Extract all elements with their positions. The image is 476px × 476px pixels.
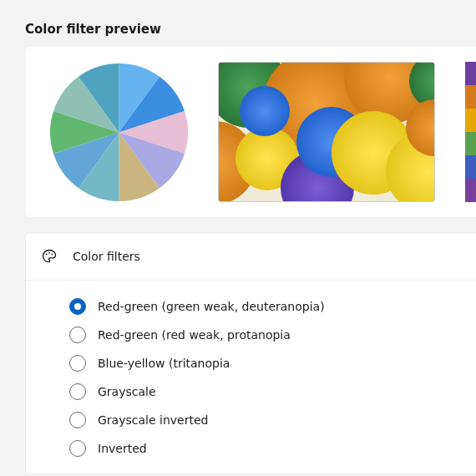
- filter-option-label: Red-green (red weak, protanopia: [98, 328, 291, 342]
- photo-preview: [218, 62, 435, 202]
- svg-point-13: [46, 254, 48, 256]
- filter-option[interactable]: Blue-yellow (tritanopia: [69, 349, 476, 377]
- radio-indicator[interactable]: [69, 327, 86, 343]
- radio-indicator[interactable]: [69, 412, 86, 428]
- palette-icon: [41, 248, 58, 265]
- filter-option-label: Grayscale: [98, 385, 156, 398]
- color-strip-swatch: [465, 109, 476, 132]
- color-strip-preview: [465, 62, 476, 202]
- filter-option-label: Blue-yellow (tritanopia: [98, 357, 230, 370]
- color-strip-swatch: [465, 62, 476, 85]
- filter-option-label: Inverted: [98, 442, 147, 455]
- color-wheel-preview: [50, 63, 188, 201]
- svg-point-14: [48, 252, 50, 254]
- radio-indicator[interactable]: [69, 298, 86, 315]
- filter-option[interactable]: Inverted: [69, 434, 476, 463]
- filter-option[interactable]: Red-green (red weak, protanopia: [69, 321, 476, 349]
- radio-indicator[interactable]: [69, 355, 86, 372]
- color-strip-swatch: [465, 85, 476, 109]
- svg-point-15: [51, 254, 53, 256]
- preview-card: [25, 47, 476, 217]
- radio-indicator[interactable]: [69, 383, 86, 400]
- radio-indicator[interactable]: [69, 440, 86, 457]
- color-strip-swatch: [465, 155, 476, 179]
- filter-option[interactable]: Red-green (green weak, deuteranopia): [69, 292, 476, 321]
- filter-option-label: Red-green (green weak, deuteranopia): [98, 300, 325, 313]
- filters-card: Color filters Red-green (green weak, deu…: [25, 232, 476, 473]
- color-strip-swatch: [465, 132, 476, 155]
- filter-option-label: Grayscale inverted: [98, 413, 208, 427]
- filter-option[interactable]: Grayscale inverted: [69, 406, 476, 434]
- preview-section-title: Color filter preview: [0, 0, 476, 47]
- filter-option[interactable]: Grayscale: [69, 377, 476, 406]
- filters-header[interactable]: Color filters: [26, 233, 476, 281]
- filters-header-label: Color filters: [73, 250, 140, 263]
- color-strip-swatch: [465, 179, 476, 202]
- filter-radio-group: Red-green (green weak, deuteranopia)Red-…: [26, 281, 476, 473]
- svg-point-9: [240, 86, 290, 136]
